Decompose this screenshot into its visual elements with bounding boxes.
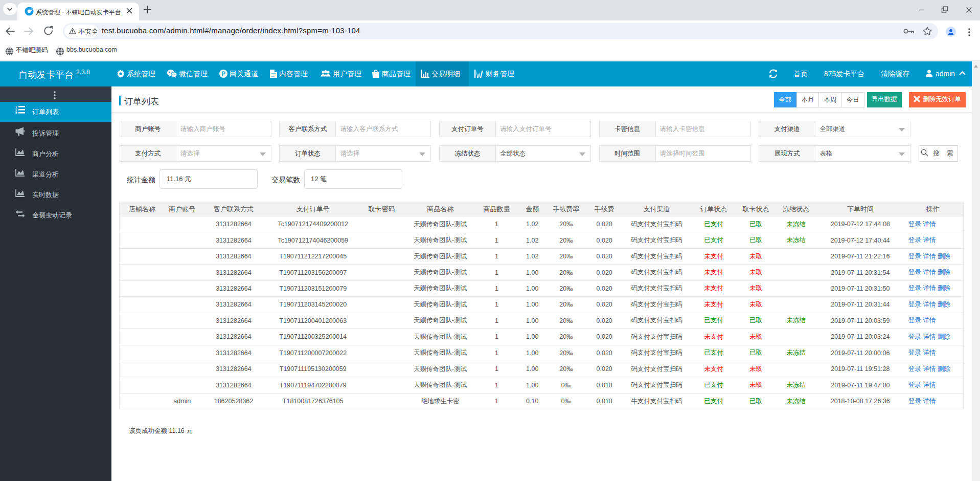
svg-text:3: 3 xyxy=(15,112,17,114)
